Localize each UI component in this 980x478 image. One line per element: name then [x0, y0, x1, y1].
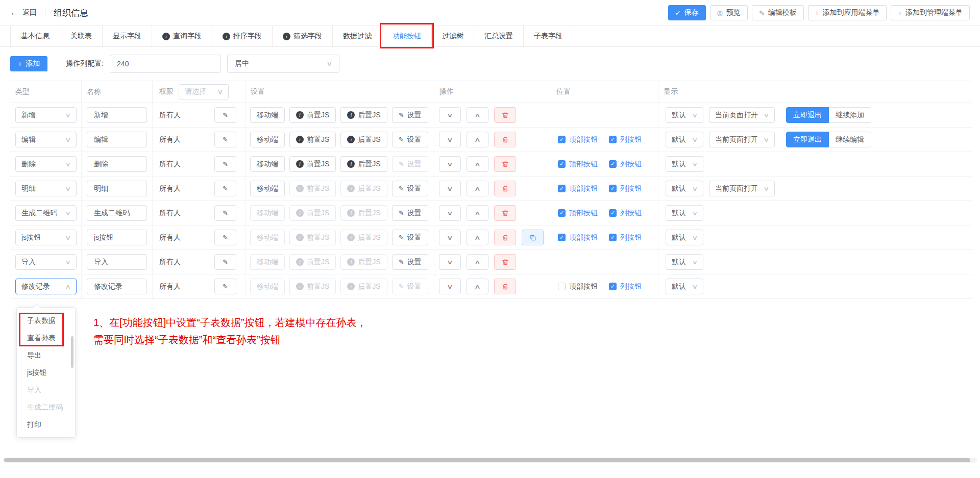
open-mode-select[interactable]: 当前页面打开 ∨ [709, 181, 775, 196]
pre-js-button[interactable]: i 前置JS [289, 230, 336, 245]
top-button-checkbox[interactable]: ✓ [558, 283, 566, 290]
delete-button[interactable] [494, 230, 516, 245]
pre-js-button[interactable]: i 前置JS [289, 205, 336, 221]
save-button[interactable]: ✓ 保存 [668, 5, 706, 20]
tab-filter-fields[interactable]: i筛选字段 [273, 26, 333, 46]
post-js-button[interactable]: i 后置JS [340, 107, 387, 123]
type-select[interactable]: 删除 ∨ [15, 156, 77, 172]
permission-filter-select[interactable]: 请选择 ∨ [179, 84, 229, 99]
tab-filter-tree[interactable]: 过滤树 [432, 26, 474, 46]
delete-button[interactable] [494, 107, 516, 123]
mobile-button[interactable]: 移动端 [250, 156, 285, 172]
column-button-checkbox[interactable]: ✓ [609, 283, 617, 290]
add-button[interactable]: + 添加 [10, 56, 47, 71]
permission-edit-button[interactable]: ✎ [214, 156, 236, 172]
column-button-checkbox[interactable]: ✓ [609, 234, 617, 241]
name-input[interactable] [87, 107, 147, 123]
delete-button[interactable] [494, 156, 516, 172]
post-js-button[interactable]: i 后置JS [340, 181, 387, 196]
column-button-checkbox-group[interactable]: ✓ 列按钮 [609, 282, 642, 291]
name-input[interactable] [87, 230, 147, 245]
delete-button[interactable] [494, 181, 516, 196]
post-js-button[interactable]: i 后置JS [340, 279, 387, 294]
name-input[interactable] [87, 132, 147, 147]
setting-button[interactable]: ✎ 设置 [392, 230, 428, 245]
default-select[interactable]: 默认 ∨ [666, 132, 703, 147]
top-button-checkbox-group[interactable]: ✓ 顶部按钮 [558, 233, 598, 242]
setting-button[interactable]: ✎ 设置 [392, 279, 428, 294]
permission-edit-button[interactable]: ✎ [214, 279, 236, 294]
tab-basic-info[interactable]: 基本信息 [10, 26, 60, 46]
open-mode-select[interactable]: 当前页面打开 ∨ [709, 107, 775, 123]
default-select[interactable]: 默认 ∨ [666, 279, 703, 294]
mobile-button[interactable]: 移动端 [250, 279, 285, 294]
delete-button[interactable] [494, 132, 516, 147]
add-to-admin-menu-button[interactable]: + 添加到管理端菜单 [891, 5, 970, 20]
copy-button[interactable] [522, 230, 544, 245]
add-to-app-menu-button[interactable]: + 添加到应用端菜单 [808, 5, 887, 20]
setting-button[interactable]: ✎ 设置 [392, 156, 428, 172]
dropdown-option[interactable]: 查看孙表 [17, 329, 75, 346]
name-input[interactable] [87, 156, 147, 172]
move-down-button[interactable]: ∨ [439, 230, 461, 245]
move-up-button[interactable]: ∧ [467, 279, 488, 294]
default-select[interactable]: 默认 ∨ [666, 107, 703, 123]
name-input[interactable] [87, 254, 147, 270]
tab-relation-table[interactable]: 关联表 [60, 26, 103, 46]
top-button-checkbox-group[interactable]: ✓ 顶部按钮 [558, 184, 598, 193]
type-select[interactable]: 导入 ∨ [15, 254, 77, 270]
move-up-button[interactable]: ∧ [467, 181, 488, 196]
default-select[interactable]: 默认 ∨ [666, 254, 703, 270]
default-select[interactable]: 默认 ∨ [666, 230, 703, 245]
permission-edit-button[interactable]: ✎ [214, 181, 236, 196]
setting-button[interactable]: ✎ 设置 [392, 205, 428, 221]
dropdown-option[interactable]: 子表数据 [17, 312, 75, 329]
column-button-checkbox-group[interactable]: ✓ 列按钮 [609, 233, 642, 242]
top-button-checkbox[interactable]: ✓ [558, 185, 566, 192]
permission-edit-button[interactable]: ✎ [214, 205, 236, 221]
post-js-button[interactable]: i 后置JS [340, 132, 387, 147]
type-select[interactable]: 编辑 ∨ [15, 132, 77, 147]
pre-js-button[interactable]: i 前置JS [289, 156, 336, 172]
tab-subtable-fields[interactable]: 子表字段 [524, 26, 573, 46]
mobile-button[interactable]: 移动端 [250, 132, 285, 147]
move-down-button[interactable]: ∨ [439, 156, 461, 172]
move-down-button[interactable]: ∨ [439, 181, 461, 196]
mobile-button[interactable]: 移动端 [250, 181, 285, 196]
type-select[interactable]: 修改记录 ∧ [15, 279, 77, 294]
horizontal-scrollbar-thumb[interactable] [4, 458, 970, 462]
continue-button[interactable]: 继续添加 [829, 107, 871, 123]
dropdown-option[interactable]: 打印 [17, 416, 75, 433]
top-button-checkbox-group[interactable]: ✓ 顶部按钮 [558, 209, 598, 218]
tab-sort-fields[interactable]: i排序字段 [212, 26, 273, 46]
move-down-button[interactable]: ∨ [439, 205, 461, 221]
type-select[interactable]: js按钮 ∨ [15, 230, 77, 245]
setting-button[interactable]: ✎ 设置 [392, 132, 428, 147]
exit-now-button[interactable]: 立即退出 [786, 107, 829, 123]
name-input[interactable] [87, 279, 147, 294]
delete-button[interactable] [494, 279, 516, 294]
move-up-button[interactable]: ∧ [467, 205, 488, 221]
move-down-button[interactable]: ∨ [439, 254, 461, 270]
pre-js-button[interactable]: i 前置JS [289, 132, 336, 147]
move-down-button[interactable]: ∨ [439, 132, 461, 147]
move-up-button[interactable]: ∧ [467, 230, 488, 245]
delete-button[interactable] [494, 205, 516, 221]
exit-now-button[interactable]: 立即退出 [786, 132, 829, 147]
mobile-button[interactable]: 移动端 [250, 205, 285, 221]
delete-button[interactable] [494, 254, 516, 270]
move-up-button[interactable]: ∧ [467, 107, 488, 123]
type-select[interactable]: 生成二维码 ∨ [15, 205, 77, 221]
pre-js-button[interactable]: i 前置JS [289, 279, 336, 294]
tab-display-fields[interactable]: 显示字段 [103, 26, 152, 46]
post-js-button[interactable]: i 后置JS [340, 156, 387, 172]
permission-edit-button[interactable]: ✎ [214, 132, 236, 147]
permission-edit-button[interactable]: ✎ [214, 254, 236, 270]
tab-query-fields[interactable]: i查询字段 [152, 26, 212, 46]
dropdown-scrollbar-thumb[interactable] [71, 336, 74, 368]
pre-js-button[interactable]: i 前置JS [289, 107, 336, 123]
preview-button[interactable]: ◎ 预览 [710, 5, 748, 20]
open-mode-select[interactable]: 当前页面打开 ∨ [709, 132, 775, 147]
tab-function-buttons[interactable]: 功能按钮 [382, 26, 432, 46]
post-js-button[interactable]: i 后置JS [340, 230, 387, 245]
